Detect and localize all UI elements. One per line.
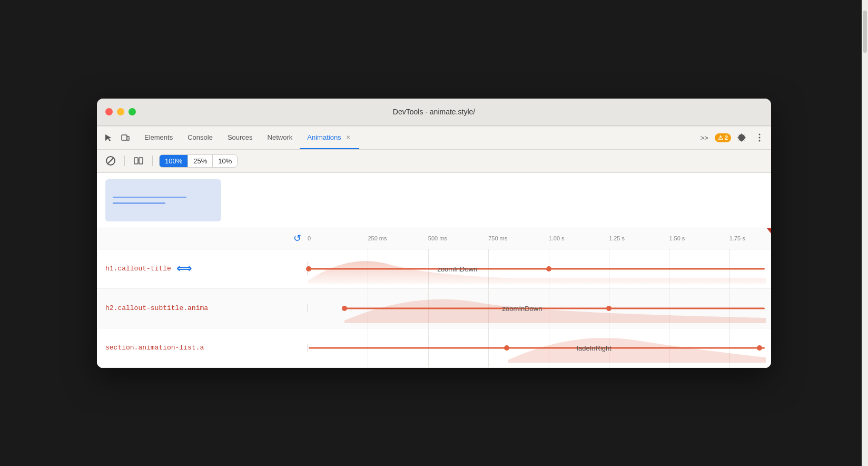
ruler-marks: 0 250 ms 500 ms 750 ms 1.00 s 1.25 s 1.5… [308,228,771,249]
window-title: DevTools - animate.style/ [393,108,475,116]
anim-dot-h1-start[interactable] [306,266,311,271]
tab-animations[interactable]: Animations ✕ [300,126,359,149]
anim-track-section[interactable]: fadeInRight [308,328,771,367]
select-element-icon[interactable] [101,130,116,145]
title-bar: DevTools - animate.style/ [97,99,771,126]
ruler-mark-1s: 1.00 s [549,235,565,241]
ruler-mark-15: 1.50 s [669,235,685,241]
warning-icon: ⚠ [718,134,723,141]
svg-point-4 [759,140,761,142]
svg-line-6 [107,158,114,164]
tab-bar-right: >> ⚠ 2 [697,130,767,145]
anim-label-h2[interactable]: h2.callout-subtitle.anima [97,304,308,312]
speed-100-button[interactable]: 100% [160,155,188,167]
ruler-mark-175: 1.75 s [729,235,745,241]
devtools-window: DevTools - animate.style/ Elem [97,99,771,368]
tab-toolbar-icons [101,130,133,145]
minimize-button[interactable] [117,108,124,115]
animation-rows: h1.callout-title ⟺ [97,249,771,368]
anim-row-h1: h1.callout-title ⟺ [97,249,771,289]
anim-dot-h1-end[interactable] [546,266,551,271]
anim-label-section[interactable]: section.animation-list.a [97,344,308,352]
svg-point-3 [759,137,761,139]
anim-bar-h1 [309,268,765,269]
anim-bar-section [309,347,765,348]
tab-sources[interactable]: Sources [220,126,260,149]
svg-rect-8 [139,158,143,164]
svg-rect-1 [127,137,129,140]
svg-point-2 [759,134,761,135]
drag-arrow-icon: ⟺ [176,262,192,275]
tab-close-icon[interactable]: ✕ [344,133,352,141]
preview-area [97,173,771,228]
svg-rect-0 [122,135,127,140]
anim-dot-h2-start[interactable] [342,306,347,311]
ruler-mark-125: 1.25 s [609,235,625,241]
tab-bar: Elements Console Sources Network Animati… [97,127,771,150]
speed-25-button[interactable]: 25% [188,155,213,167]
warning-count: 2 [725,134,728,141]
toolbar-divider [124,156,125,166]
preview-line-2 [113,202,165,204]
animations-toolbar: 100% 25% 10% [97,150,771,173]
svg-rect-7 [134,158,138,164]
maximize-button[interactable] [129,108,136,115]
replay-button[interactable]: ↺ [291,232,303,245]
anim-bar-h2 [344,307,765,309]
ruler-mark-750: 750 ms [488,235,507,241]
split-button[interactable] [131,153,146,168]
anim-dot-section-start[interactable] [504,345,509,351]
preview-line-1 [113,197,186,198]
traffic-lights [105,108,136,115]
ruler-mark-250: 250 ms [368,235,387,241]
menu-button[interactable] [752,130,767,145]
pause-button[interactable] [103,153,118,168]
anim-row-section: section.animation-list.a [97,328,771,368]
timeline-cursor-indicator [767,228,771,234]
anim-dot-section-end[interactable] [757,345,762,351]
anim-dot-h2-end[interactable] [606,306,611,311]
settings-button[interactable] [734,130,749,145]
device-toggle-icon[interactable] [118,130,133,145]
tab-elements[interactable]: Elements [137,126,180,149]
close-button[interactable] [105,108,113,115]
preview-card [105,179,221,221]
devtools-panel: Elements Console Sources Network Animati… [97,126,771,368]
timeline-area: ↺ 0 250 ms 500 ms 750 ms 1.00 s 1.25 s 1… [97,228,771,368]
tab-console[interactable]: Console [180,126,220,149]
more-tabs-button[interactable]: >> [697,132,712,144]
anim-row-h2: h2.callout-subtitle.anima [97,289,771,328]
anim-label-h1[interactable]: h1.callout-title ⟺ [97,262,308,275]
timeline-ruler: ↺ 0 250 ms 500 ms 750 ms 1.00 s 1.25 s 1… [97,228,771,249]
anim-track-h1[interactable]: zoomInDown [308,249,771,288]
tab-network[interactable]: Network [260,126,300,149]
toolbar-divider-2 [152,156,153,166]
ruler-mark-500: 500 ms [428,235,447,241]
anim-track-h2[interactable]: zoomInDown [308,289,771,328]
warning-badge[interactable]: ⚠ 2 [715,133,731,142]
ruler-mark-0: 0 [308,235,311,241]
speed-10-button[interactable]: 10% [213,155,237,167]
speed-control: 100% 25% 10% [159,154,238,168]
